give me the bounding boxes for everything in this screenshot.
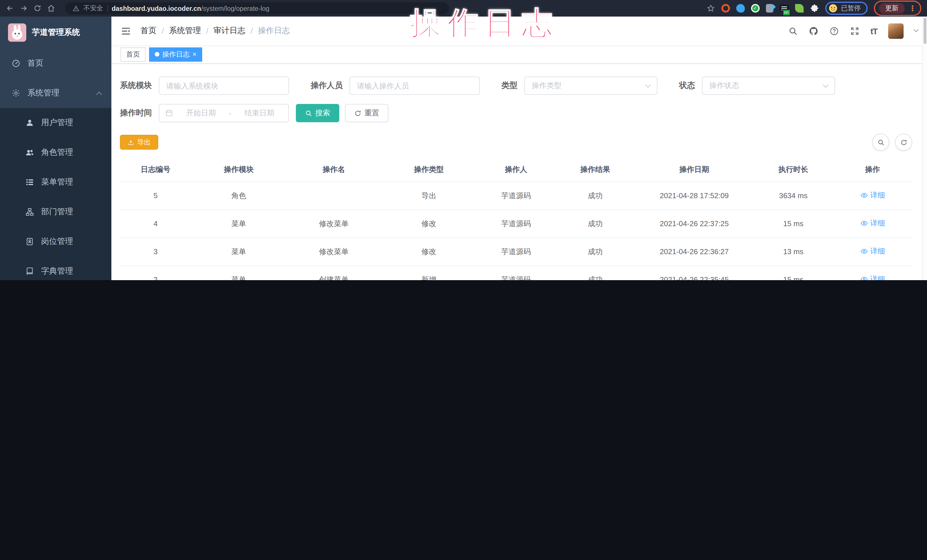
extension-icon[interactable] — [766, 4, 773, 12]
chevron-down-icon — [823, 82, 828, 88]
chevron-up-icon — [96, 91, 102, 97]
table-cell-action: 详细 — [833, 266, 912, 280]
tab-label: 首页 — [126, 49, 140, 59]
update-button[interactable]: 更新 — [879, 3, 905, 14]
extension-icon[interactable]: on — [780, 5, 789, 12]
font-size-icon[interactable]: tT — [871, 26, 877, 36]
table-cell: 修改菜单 — [286, 209, 381, 238]
table-cell: 成功 — [556, 182, 635, 209]
calendar-icon — [165, 109, 173, 117]
table-cell: 角色 — [191, 182, 286, 209]
status-select[interactable]: 操作状态 — [702, 76, 835, 95]
table-row: 4菜单修改菜单修改芋道源码成功2021-04-26 22:37:2515 ms详… — [120, 209, 912, 238]
table-cell: 成功 — [556, 238, 635, 266]
sidebar-item-label: 菜单管理 — [41, 177, 73, 187]
breadcrumb: 首页/系统管理/审计日志/操作日志 — [140, 26, 290, 36]
date-range-picker[interactable]: 开始日期 - 结束日期 — [159, 104, 289, 122]
column-header: 操作类型 — [381, 158, 476, 182]
update-annotation: 更新 ⋮ — [874, 1, 921, 16]
table-cell: 2021-04-28 17:52:09 — [635, 182, 754, 209]
type-select-placeholder: 操作类型 — [532, 80, 561, 91]
app-logo-row[interactable]: 芋道管理系统 — [0, 17, 111, 49]
table-cell: 4 — [120, 209, 191, 238]
date-range-separator: - — [229, 109, 232, 117]
browser-back-icon[interactable] — [6, 4, 14, 12]
extension-icon[interactable] — [795, 4, 803, 12]
detail-link[interactable]: 详细 — [860, 274, 885, 280]
table-header-row: 日志编号操作模块操作名操作类型操作人操作结果操作日期执行时长操作 — [120, 158, 912, 182]
detail-link[interactable]: 详细 — [860, 218, 885, 228]
sidebar-item-home[interactable]: 首页 — [0, 49, 111, 78]
avatar[interactable] — [888, 23, 904, 39]
extension-icon[interactable] — [751, 4, 759, 12]
address-divider — [107, 5, 108, 12]
sidebar-item-system-management[interactable]: 系统管理 — [0, 78, 111, 108]
sidebar-item-dept-management[interactable]: 部门管理 — [0, 197, 111, 227]
detail-link[interactable]: 详细 — [860, 246, 885, 256]
chevron-down-icon[interactable] — [914, 27, 919, 32]
screen: 不安全 dashboard.yudao.iocoder.cn/system/lo… — [0, 0, 927, 280]
fullscreen-icon[interactable] — [850, 26, 860, 36]
column-header: 操作 — [833, 158, 912, 182]
extension-icon[interactable] — [736, 4, 745, 12]
app-logo — [8, 23, 26, 42]
column-header: 操作日期 — [635, 158, 754, 182]
toggle-search-button[interactable] — [872, 134, 889, 151]
detail-link-label: 详细 — [870, 274, 885, 280]
search-icon[interactable] — [788, 26, 798, 36]
not-secure-label: 不安全 — [84, 4, 103, 12]
browser-reload-icon[interactable] — [33, 4, 42, 12]
bookmark-star-icon[interactable] — [706, 4, 715, 12]
dict-management-icon — [25, 267, 34, 276]
refresh-table-button[interactable] — [895, 134, 912, 151]
operator-input[interactable] — [350, 76, 480, 95]
status-label: 状态 — [679, 80, 695, 91]
table-row: 2菜单创建菜单新增芋道源码成功2021-04-26 22:35:4515 ms详… — [120, 266, 912, 280]
tab-首页[interactable]: 首页 — [120, 47, 146, 61]
scrollbar-thumb[interactable] — [924, 18, 926, 44]
sidebar-item-post-management[interactable]: 岗位管理 — [0, 227, 111, 256]
scrollbar[interactable] — [922, 17, 927, 280]
post-management-icon — [25, 237, 34, 246]
tab-操作日志[interactable]: 操作日志× — [149, 47, 202, 61]
detail-link[interactable]: 详细 — [860, 190, 885, 200]
export-button[interactable]: 导出 — [120, 135, 158, 150]
sidebar-item-role-management[interactable]: 角色管理 — [0, 138, 111, 167]
sidebar-item-menu-management[interactable]: 菜单管理 — [0, 167, 111, 197]
home-icon — [11, 59, 21, 68]
help-icon[interactable] — [829, 26, 839, 36]
sidebar-item-label: 字典管理 — [41, 266, 73, 276]
table-cell: 3634 ms — [754, 182, 833, 209]
github-icon[interactable] — [809, 26, 819, 36]
user-management-icon — [25, 118, 34, 127]
address-bar[interactable]: 不安全 dashboard.yudao.iocoder.cn/system/lo… — [65, 2, 449, 14]
sidebar-item-dict-management[interactable]: 字典管理 — [0, 256, 111, 280]
time-label: 操作时间 — [120, 108, 152, 118]
kebab-menu-icon[interactable]: ⋮ — [909, 5, 916, 12]
tab-close-icon[interactable]: × — [193, 51, 196, 58]
column-header: 操作结果 — [556, 158, 635, 182]
sidebar-item-user-management[interactable]: 用户管理 — [0, 108, 111, 138]
breadcrumb-separator: / — [201, 26, 214, 35]
extension-icon[interactable] — [721, 4, 729, 12]
module-input[interactable] — [159, 76, 289, 95]
dept-management-icon — [25, 207, 34, 217]
breadcrumb-item[interactable]: 首页 — [140, 26, 157, 36]
type-select[interactable]: 操作类型 — [524, 76, 657, 95]
status-select-placeholder: 操作状态 — [710, 80, 739, 91]
paused-badge[interactable]: 已暂停 — [825, 2, 868, 15]
table-cell-action: 详细 — [833, 209, 912, 238]
reset-button[interactable]: 重置 — [345, 104, 388, 122]
search-icon — [305, 109, 312, 117]
search-button[interactable]: 搜索 — [296, 104, 339, 122]
breadcrumb-item[interactable]: 系统管理 — [169, 26, 201, 36]
breadcrumb-item[interactable]: 审计日志 — [214, 26, 246, 36]
browser-home-icon[interactable] — [47, 4, 55, 12]
table-cell: 芋道源码 — [476, 182, 555, 209]
sidebar-item-label: 系统管理 — [27, 88, 59, 98]
table-body: 5角色导出芋道源码成功2021-04-28 17:52:093634 ms详细4… — [120, 182, 912, 280]
url-path: /system/log/operate-log — [201, 5, 269, 12]
extensions-puzzle-icon[interactable] — [810, 4, 819, 13]
hamburger-icon[interactable] — [120, 26, 131, 36]
browser-forward-icon[interactable] — [20, 4, 28, 12]
